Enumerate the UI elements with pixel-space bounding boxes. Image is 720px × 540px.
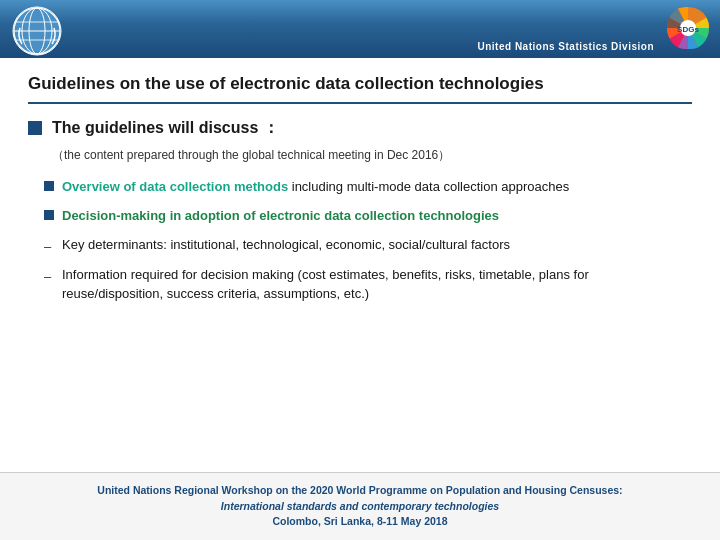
bullet-filled-icon [44, 210, 54, 220]
bullet-list: Overview of data collection methods incl… [44, 178, 692, 304]
list-item: Decision-making in adoption of electroni… [44, 207, 692, 226]
list-item: – Information required for decision maki… [44, 266, 692, 304]
item-highlight-1: Overview of data collection methods [62, 179, 288, 194]
footer-line2: International standards and contemporary… [221, 500, 499, 512]
guidelines-heading: The guidelines will discuss ： [28, 118, 692, 139]
item-text-2: Decision-making in adoption of electroni… [62, 207, 499, 226]
sdg-wheel-icon: SDGs [666, 6, 710, 50]
top-header: United Nations Statistics Division SDGs [0, 0, 720, 58]
heading-bullet [28, 121, 42, 135]
list-item: – Key determinants: institutional, techn… [44, 236, 692, 256]
bullet-filled-icon [44, 181, 54, 191]
svg-text:SDGs: SDGs [677, 25, 699, 34]
item-rest-1: including multi-mode data collection app… [292, 179, 570, 194]
footer-line1: United Nations Regional Workshop on the … [97, 484, 622, 496]
footer-line3: Colombo, Sri Lanka, 8-11 May 2018 [272, 515, 447, 527]
subtitle-text: （the content prepared through the global… [52, 147, 692, 164]
item-text-1: Overview of data collection methods incl… [62, 178, 569, 197]
guidelines-heading-text: The guidelines will discuss ： [52, 118, 279, 139]
item-text-4: Information required for decision making… [62, 266, 692, 304]
page-title: Guidelines on the use of electronic data… [28, 74, 692, 94]
un-logo [12, 6, 62, 56]
list-item: Overview of data collection methods incl… [44, 178, 692, 197]
dash-icon: – [44, 238, 54, 256]
dash-icon: – [44, 268, 54, 286]
main-content: Guidelines on the use of electronic data… [0, 58, 720, 326]
footer-text: United Nations Regional Workshop on the … [20, 483, 700, 530]
item-highlight-2: Decision-making in adoption of electroni… [62, 208, 499, 223]
item-text-3: Key determinants: institutional, technol… [62, 236, 510, 255]
footer: United Nations Regional Workshop on the … [0, 472, 720, 540]
title-section: Guidelines on the use of electronic data… [28, 74, 692, 104]
org-name-label: United Nations Statistics Division [478, 41, 654, 52]
